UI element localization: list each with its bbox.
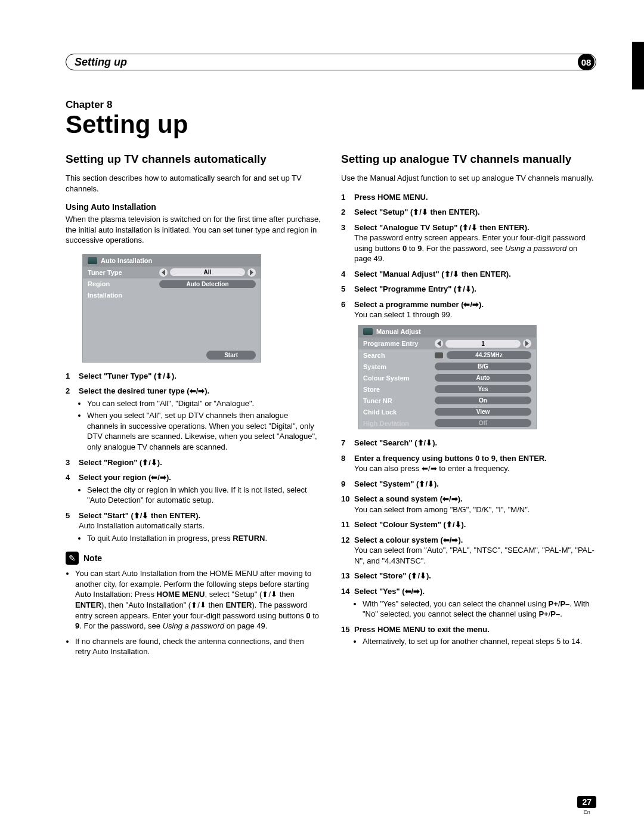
content-columns: Setting up TV channels automatically Thi… — [66, 153, 596, 662]
page-number: 27 — [577, 796, 596, 808]
right-arrow-icon — [247, 268, 256, 277]
osd-label: Search — [363, 352, 435, 359]
step-body: Auto Installation automatically starts. — [79, 521, 321, 531]
osd-title: Manual Adjust — [358, 326, 536, 338]
osd-value: On — [435, 397, 531, 404]
step-title: Select "Search" (⬆/⬇). — [354, 438, 437, 447]
osd-title: Auto Installation — [83, 255, 261, 267]
osd-row-tuner-type: Tuner Type All — [83, 267, 261, 278]
step: Select "Analogue TV Setup" (⬆/⬇ then ENT… — [341, 222, 596, 264]
left-title: Setting up TV channels automatically — [66, 153, 321, 166]
step-title: Press HOME MENU. — [354, 193, 428, 202]
page-number-box: 27 En — [577, 796, 596, 815]
step-body: You can also press ⬅/➡ to enter a freque… — [354, 463, 596, 474]
step-title: Select "Analogue TV Setup" (⬆/⬇ then ENT… — [354, 223, 530, 232]
step-title: Select "Colour System" (⬆/⬇). — [354, 520, 466, 529]
step: Press HOME MENU. — [341, 192, 596, 203]
header-section: Setting up — [75, 56, 127, 69]
step-sub: To quit Auto Installation in progress, p… — [87, 533, 321, 544]
note-item: If no channels are found, check the ante… — [75, 636, 321, 657]
step-title: Select "Manual Adjust" (⬆/⬇ then ENTER). — [354, 270, 511, 278]
osd-value: Yes — [435, 385, 531, 393]
step-title: Select "Start" (⬆/⬇ then ENTER). — [79, 511, 200, 520]
note-item: You can start Auto Installation from the… — [75, 568, 321, 631]
page-title: Setting up — [66, 112, 596, 137]
osd-label: Installation — [88, 292, 159, 299]
step: Select "Programme Entry" (⬆/⬇). — [341, 284, 596, 295]
osd-label: Colour System — [363, 374, 435, 382]
osd-label: Child Lock — [363, 408, 435, 416]
osd-row-installation: Installation — [83, 290, 261, 301]
osd-value: 44.25MHz — [447, 351, 531, 359]
step: Select "Store" (⬆/⬇). — [341, 571, 596, 581]
step: Select "System" (⬆/⬇). — [341, 479, 596, 490]
step: Select a colour system (⬅/➡). You can se… — [341, 535, 596, 566]
right-intro: Use the Manual Adjust function to set up… — [341, 173, 596, 184]
right-arrow-icon — [523, 339, 531, 348]
step-title: Select "Region" (⬆/⬇). — [79, 458, 162, 467]
right-steps-a: Press HOME MENU. Select "Setup" (⬆/⬇ the… — [341, 192, 596, 320]
osd-row: Programme Entry 1 — [358, 338, 536, 349]
osd-value: 1 — [445, 340, 521, 348]
step: Select your region (⬅/➡). Select the cit… — [66, 472, 321, 506]
osd-value: Off — [435, 419, 531, 427]
step: Select "Yes" (⬅/➡). With "Yes" selected,… — [341, 586, 596, 620]
step: Select a sound system (⬅/➡). You can sel… — [341, 494, 596, 515]
step-title: Select "System" (⬆/⬇). — [354, 479, 439, 488]
osd-value: B/G — [435, 363, 531, 370]
keypad-icon — [435, 352, 443, 358]
osd-label: High Deviation — [363, 420, 435, 427]
step-sub: Select the city or region in which you l… — [87, 485, 321, 506]
osd-value: Auto — [435, 374, 531, 382]
osd-label: System — [363, 363, 435, 370]
start-button: Start — [206, 351, 256, 360]
osd-value: Auto Detection — [159, 280, 256, 288]
left-intro: This section describes how to automatica… — [66, 173, 321, 194]
step-body: You can select from "Auto", "PAL", "NTSC… — [354, 545, 596, 566]
step: Select "Search" (⬆/⬇). — [341, 438, 596, 448]
left-steps: Select "Tuner Type" (⬆/⬇). Select the de… — [66, 371, 321, 544]
step: Select "Manual Adjust" (⬆/⬇ then ENTER). — [341, 269, 596, 280]
step: Select "Colour System" (⬆/⬇). — [341, 519, 596, 530]
step-title: Select "Setup" (⬆/⬇ then ENTER). — [354, 208, 480, 216]
step: Select "Region" (⬆/⬇). — [66, 457, 321, 468]
osd-title-text: Auto Installation — [101, 257, 152, 264]
osd-manual-adjust: Manual Adjust Programme Entry 1 Search 4… — [358, 325, 537, 429]
osd-label: Region — [88, 280, 159, 287]
osd-value: View — [435, 408, 531, 416]
notes-list: You can start Auto Installation from the… — [75, 568, 321, 657]
left-sub-body: When the plasma television is switched o… — [66, 214, 321, 246]
step-sub: Alternatively, to set up for another cha… — [363, 636, 596, 647]
step: Select "Start" (⬆/⬇ then ENTER). Auto In… — [66, 510, 321, 544]
step-sub: With "Yes" selected, you can select the … — [363, 599, 596, 620]
osd-row: High Deviation Off — [358, 417, 536, 429]
note-label: Note — [83, 553, 102, 563]
osd-row: System B/G — [358, 361, 536, 372]
left-arrow-icon — [159, 268, 168, 277]
step: Select "Tuner Type" (⬆/⬇). — [66, 371, 321, 382]
step-title: Select a sound system (⬅/➡). — [354, 494, 463, 503]
osd-auto-installation: Auto Installation Tuner Type All Region … — [82, 254, 261, 363]
step: Select a programme number (⬅/➡). You can… — [341, 299, 596, 320]
note-header: ✎ Note — [66, 552, 321, 565]
step-title: Select "Programme Entry" (⬆/⬇). — [354, 284, 476, 293]
step-body: You can select 1 through 99. — [354, 309, 596, 320]
edge-tab — [632, 42, 644, 89]
page-language: En — [577, 809, 596, 815]
step-title: Select "Tuner Type" (⬆/⬇). — [79, 371, 177, 380]
step-title: Enter a frequency using buttons 0 to 9, … — [354, 454, 547, 463]
step: Enter a frequency using buttons 0 to 9, … — [341, 453, 596, 474]
wrench-icon — [88, 257, 97, 264]
osd-label: Store — [363, 386, 435, 393]
osd-row: Search 44.25MHz — [358, 349, 536, 361]
left-subhead: Using Auto Installation — [66, 202, 321, 212]
step-body: You can select from among "B/G", "D/K", … — [354, 504, 596, 515]
page-header: Setting up 08 — [66, 54, 596, 70]
chapter-label: Chapter 8 — [66, 99, 596, 111]
wrench-icon — [363, 328, 373, 335]
step: Select "Setup" (⬆/⬇ then ENTER). — [341, 207, 596, 218]
step: Select the desired tuner type (⬅/➡). You… — [66, 386, 321, 452]
osd-value: All — [170, 268, 245, 276]
step-title: Select "Yes" (⬅/➡). — [354, 587, 425, 596]
step-sub: When you select "All", set up DTV channe… — [87, 410, 321, 452]
